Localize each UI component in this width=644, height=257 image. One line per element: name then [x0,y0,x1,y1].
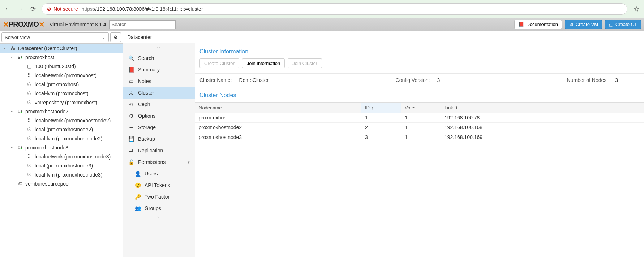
menu-item-storage[interactable]: ≣Storage [123,122,195,133]
create-ct-button[interactable]: ⬚Create CT [605,20,641,29]
tree-item[interactable]: ⛁local (proxmoxhost) [0,80,123,89]
node-icon: 🖳 [17,55,23,60]
expander-icon: ▾ [4,46,7,50]
cell-link: 192.168.100.168 [441,125,644,130]
menu-item-ceph[interactable]: ⊚Ceph [123,99,195,110]
search-input[interactable] [109,20,176,29]
table-row[interactable]: proxmoxhostnode221192.168.100.168 [195,123,644,132]
tree-item[interactable]: ⛁local-lvm (proxmoxhostnode3) [0,170,123,179]
menu-label: Storage [138,125,156,130]
menu-label: Groups [145,205,161,211]
tree-item-label: local-lvm (proxmoxhostnode3) [35,172,103,178]
menu-label: Users [145,171,158,177]
node-icon: ⛁ [26,100,33,105]
table-row[interactable]: proxmoxhostnode331192.168.100.169 [195,132,644,142]
create-vm-button[interactable]: 🖥Create VM [565,20,602,29]
node-icon: ⛁ [26,91,33,96]
node-icon: ▢ [26,64,33,69]
menu-item-replication[interactable]: ⇄Replication [123,145,195,156]
tree-settings-button[interactable]: ⚙ [110,32,121,42]
col-votes[interactable]: Votes [401,103,441,113]
cell-votes: 1 [401,125,441,130]
menu-item-search[interactable]: 🔍Search [123,52,195,64]
tree-item[interactable]: ⛁local (proxmoxhostnode2) [0,125,123,134]
menu-icon: ≣ [128,125,134,130]
url-text: https://192.168.100.78:8006/#v1:0:18:4:1… [82,6,203,12]
tree-item[interactable]: ⛁vmrepository (proxmoxhost) [0,98,123,107]
col-id[interactable]: ID ↑ [361,103,401,113]
menu-scroll-down[interactable]: ﹀ [123,214,195,221]
menu-item-api-tokens[interactable]: 🙂API Tokens [123,179,195,191]
not-secure-badge: Not secure [47,6,78,12]
menu-icon: ⊚ [128,101,134,107]
app-header: ✕PROXMO✕ Virtual Environment 8.1.4 📕Docu… [0,18,644,31]
menu-icon: ⚙ [128,113,134,119]
menu-icon: ▭ [128,78,134,84]
tree-item[interactable]: ▾🖳proxmoxhostnode3 [0,143,123,152]
join-cluster-button[interactable]: Join Cluster [288,58,322,68]
menu-item-users[interactable]: 👤Users [123,168,195,179]
node-icon: 🏷 [17,181,23,186]
main-content: Cluster Information Create Cluster Join … [195,43,644,257]
menu-item-groups[interactable]: 👥Groups [123,202,195,214]
tree-item-label: localnetwork (proxmoxhost) [35,73,96,78]
cell-votes: 1 [401,134,441,140]
menu-item-notes[interactable]: ▭Notes [123,75,195,87]
tree-item[interactable]: ⠿localnetwork (proxmoxhost) [0,71,123,80]
node-icon: ⛁ [26,127,33,132]
tree-item[interactable]: ⛁local-lvm (proxmoxhost) [0,89,123,98]
config-version-label: Config Version: [396,77,430,83]
tree-item[interactable]: ▢100 (ubuntu20std) [0,62,123,71]
cell-nodename: proxmoxhostnode3 [195,134,361,140]
menu-item-options[interactable]: ⚙Options [123,110,195,122]
cell-link: 192.168.100.78 [441,115,644,121]
menu-item-two-factor[interactable]: 🔑Two Factor [123,191,195,202]
tree-item[interactable]: ⠿localnetwork (proxmoxhostnode2) [0,116,123,125]
cell-nodename: proxmoxhostnode2 [195,125,361,130]
menu-label: Ceph [138,101,150,107]
grid-header: Nodename ID ↑ Votes Link 0 [195,102,644,113]
tree-item-label: local (proxmoxhostnode3) [35,163,93,169]
menu-item-backup[interactable]: 💾Backup [123,133,195,145]
tree-item-label: localnetwork (proxmoxhostnode2) [35,118,111,123]
create-cluster-button[interactable]: Create Cluster [199,58,239,68]
menu-icon: 🙂 [134,182,141,188]
menu-scroll-up[interactable]: ︿ [123,43,195,50]
browser-bar: ← → ⟳ Not secure https://192.168.100.78:… [0,0,644,18]
menu-label: Replication [138,148,163,153]
menu-item-permissions[interactable]: 🔓Permissions▾ [123,156,195,168]
tree-item[interactable]: ⛁local (proxmoxhostnode3) [0,161,123,170]
col-nodename[interactable]: Nodename [195,103,361,113]
join-information-button[interactable]: Join Information [242,58,285,68]
menu-item-summary[interactable]: 📕Summary [123,64,195,75]
menu-item-cluster[interactable]: 🖧Cluster [123,87,195,99]
documentation-button[interactable]: 📕Documentation [514,20,562,29]
bookmark-icon[interactable]: ☆ [633,5,640,13]
menu-label: API Tokens [145,182,170,188]
forward-icon[interactable]: → [17,5,24,13]
tree-item[interactable]: ▾🖳proxmoxhostnode2 [0,107,123,116]
back-icon[interactable]: ← [4,5,11,13]
tree-item-label: local-lvm (proxmoxhost) [35,91,89,96]
address-bar[interactable]: Not secure https://192.168.100.78:8006/#… [42,3,627,15]
menu-label: Notes [138,78,151,84]
view-selector[interactable]: Server View⌄ [1,32,109,42]
node-count-value: 3 [615,77,618,83]
cluster-nodes-grid: Nodename ID ↑ Votes Link 0 proxmoxhost11… [195,102,644,257]
tree-item[interactable]: 🏷vemburesourcepool [0,179,123,188]
col-link0[interactable]: Link 0 [441,103,644,113]
menu-label: Backup [138,136,155,142]
tree-item[interactable]: ⠿localnetwork (proxmoxhostnode3) [0,152,123,161]
reload-icon[interactable]: ⟳ [30,5,36,13]
gear-icon: ⚙ [113,35,118,40]
tree-item[interactable]: ⛁local-lvm (proxmoxhostnode2) [0,134,123,143]
menu-icon: 📕 [128,67,134,73]
tree-item[interactable]: ▾🖧Datacenter (DemoCluster) [0,44,123,53]
table-row[interactable]: proxmoxhost11192.168.100.78 [195,113,644,123]
config-menu: ︿ 🔍Search📕Summary▭Notes🖧Cluster⊚Ceph⚙Opt… [123,43,195,257]
expander-icon: ▾ [11,109,14,113]
menu-icon: 👤 [134,171,141,177]
menu-icon: 🖧 [128,90,134,96]
tree-item[interactable]: ▾🖳proxmoxhost [0,53,123,62]
tree-item-label: vmrepository (proxmoxhost) [35,100,98,105]
